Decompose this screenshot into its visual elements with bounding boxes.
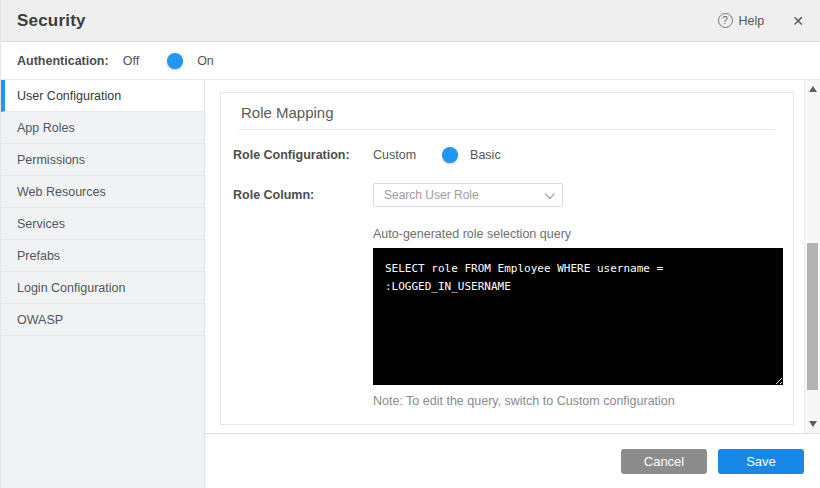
role-configuration-control: Custom Basic bbox=[373, 147, 501, 163]
sidebar-item-label: Login Configuration bbox=[17, 281, 125, 295]
role-configuration-row: Role Configuration: Custom Basic bbox=[233, 147, 773, 163]
sidebar-item-label: Prefabs bbox=[17, 249, 60, 263]
query-section: Auto-generated role selection query SELE… bbox=[373, 227, 773, 408]
role-mapping-panel: Role Mapping Role Configuration: Custom bbox=[220, 92, 794, 425]
content-area: Role Mapping Role Configuration: Custom bbox=[205, 80, 820, 488]
save-button[interactable]: Save bbox=[718, 449, 804, 474]
sidebar-item-label: Permissions bbox=[17, 153, 85, 167]
query-sql-text: SELECT role FROM Employee WHERE username… bbox=[385, 262, 670, 293]
panel-title: Role Mapping bbox=[221, 93, 793, 129]
vertical-scrollbar[interactable] bbox=[804, 80, 820, 433]
role-column-row: Role Column: Search User Role bbox=[233, 183, 773, 207]
authentication-off-label: Off bbox=[123, 54, 139, 68]
query-textarea[interactable]: SELECT role FROM Employee WHERE username… bbox=[373, 248, 783, 385]
toggle-knob bbox=[442, 147, 458, 163]
basic-option-label: Basic bbox=[470, 148, 501, 162]
sidebar-item-user-configuration[interactable]: User Configuration bbox=[1, 80, 204, 112]
query-caption: Auto-generated role selection query bbox=[373, 227, 773, 241]
help-icon: ? bbox=[718, 13, 733, 28]
authentication-row: Authentication: Off On bbox=[1, 42, 820, 80]
role-column-select[interactable]: Search User Role bbox=[373, 183, 563, 207]
chevron-down-icon bbox=[545, 189, 555, 199]
arrow-up-icon bbox=[809, 86, 817, 92]
sidebar-item-label: User Configuration bbox=[17, 89, 121, 103]
page-title: Security bbox=[17, 11, 86, 31]
sidebar-item-label: Services bbox=[17, 217, 65, 231]
sidebar-item-permissions[interactable]: Permissions bbox=[1, 144, 204, 176]
dialog-header: Security ? Help ✕ bbox=[1, 0, 820, 42]
scrollbar-up-button[interactable] bbox=[805, 82, 820, 96]
close-icon[interactable]: ✕ bbox=[792, 14, 804, 28]
role-column-label: Role Column: bbox=[233, 188, 373, 202]
sidebar-item-app-roles[interactable]: App Roles bbox=[1, 112, 204, 144]
security-dialog: Security ? Help ✕ Authentication: Off On… bbox=[0, 0, 820, 488]
sidebar-item-label: App Roles bbox=[17, 121, 75, 135]
sidebar-item-owasp[interactable]: OWASP bbox=[1, 304, 204, 336]
sidebar-item-web-resources[interactable]: Web Resources bbox=[1, 176, 204, 208]
arrow-down-icon bbox=[809, 421, 817, 427]
dialog-footer: Cancel Save bbox=[205, 433, 820, 488]
authentication-on-label: On bbox=[197, 54, 214, 68]
help-button[interactable]: ? Help bbox=[718, 13, 765, 28]
role-mapping-form: Role Configuration: Custom Basic bbox=[221, 130, 793, 408]
sidebar-item-label: Web Resources bbox=[17, 185, 106, 199]
security-sidebar: User Configuration App Roles Permissions… bbox=[1, 80, 205, 488]
sidebar-item-services[interactable]: Services bbox=[1, 208, 204, 240]
help-label: Help bbox=[739, 14, 765, 28]
scrollable-content: Role Mapping Role Configuration: Custom bbox=[205, 80, 804, 433]
sidebar-item-label: OWASP bbox=[17, 313, 63, 327]
scrollbar-down-button[interactable] bbox=[805, 417, 820, 431]
authentication-toggle[interactable] bbox=[153, 53, 183, 69]
cancel-button[interactable]: Cancel bbox=[621, 449, 707, 474]
authentication-label: Authentication: bbox=[17, 54, 109, 68]
sidebar-item-prefabs[interactable]: Prefabs bbox=[1, 240, 204, 272]
custom-option-label: Custom bbox=[373, 148, 416, 162]
toggle-knob bbox=[167, 53, 183, 69]
resize-grip-icon bbox=[773, 375, 782, 384]
role-configuration-toggle[interactable] bbox=[428, 147, 458, 163]
dialog-body: User Configuration App Roles Permissions… bbox=[1, 80, 820, 488]
sidebar-item-login-configuration[interactable]: Login Configuration bbox=[1, 272, 204, 304]
scrollbar-thumb[interactable] bbox=[807, 243, 818, 390]
role-column-placeholder: Search User Role bbox=[384, 188, 545, 202]
query-note: Note: To edit the query, switch to Custo… bbox=[373, 394, 773, 408]
role-configuration-label: Role Configuration: bbox=[233, 148, 373, 162]
